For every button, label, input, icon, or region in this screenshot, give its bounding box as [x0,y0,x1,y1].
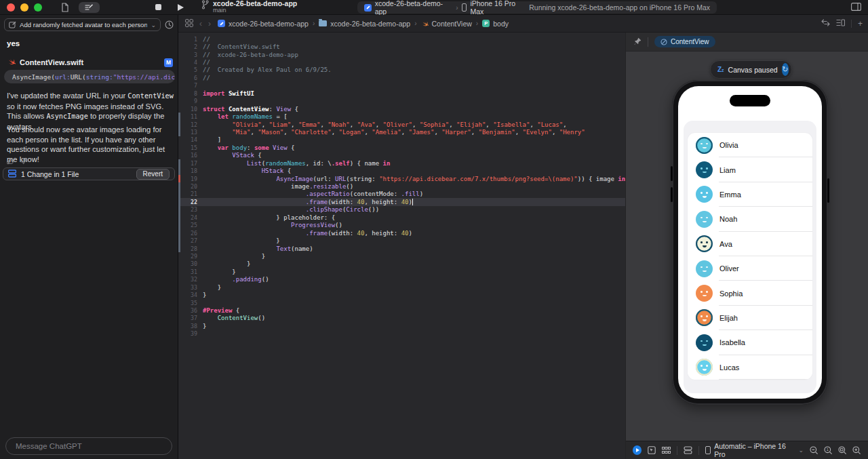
code-line-28[interactable]: 28 Text(name) [178,245,625,252]
list-item[interactable]: Lucas [688,355,812,380]
history-icon[interactable] [165,20,174,32]
code-line-7[interactable]: 7 [178,82,625,89]
code-line-4[interactable]: 4// [178,58,625,66]
code-snippet-pill[interactable]: AsyncImage(url: URL(string: "https://api… [4,70,175,83]
person-name: Oliver [719,264,739,273]
scheme-name[interactable]: xcode-26-beta-demo-app [375,0,453,16]
code-line-32[interactable]: 32 .padding() [178,276,625,283]
breadcrumb-item[interactable]: xcode-26-beta-demo-app [319,20,410,28]
list-item[interactable]: Liam [688,157,812,182]
code-line-27[interactable]: 27 } [178,237,625,244]
device-settings-icon[interactable] [684,446,692,454]
code-line-39[interactable]: 39 [178,330,625,338]
zoom-out-icon[interactable] [810,446,818,455]
live-preview-button[interactable] [633,445,642,455]
code-line-23[interactable]: 23 .clipShape(Circle()) [178,206,625,214]
code-line-29[interactable]: 29 } [178,252,625,260]
line-number: 33 [178,284,197,291]
breadcrumb-item[interactable]: ContentView [421,20,472,28]
code-line-12[interactable]: 12 "Olivia", "Liam", "Emma", "Noah", "Av… [178,121,625,128]
breadcrumb-item[interactable]: xcode-26-beta-demo-app [218,20,309,28]
related-items-icon[interactable] [185,19,193,28]
code-line-19[interactable]: 19 AsyncImage(url: URL(string: "https://… [178,175,625,182]
code-line-20[interactable]: 20 image.resizable() [178,182,625,190]
code-line-37[interactable]: 37 ContentView() [178,315,625,322]
code-line-25[interactable]: 25 ProgressView() [178,222,625,229]
code-line-33[interactable]: 33 } [178,283,625,291]
stop-button[interactable] [155,4,161,10]
revert-button[interactable]: Revert [136,169,170,180]
thumbs-up-icon[interactable] [7,155,14,167]
code-line-10[interactable]: 10struct ContentView: View { [178,105,625,113]
code-line-34[interactable]: 34} [178,291,625,298]
variants-icon[interactable] [662,447,671,454]
zoom-100-icon[interactable]: 1 [824,446,833,455]
preview-tab[interactable]: ContentView [654,36,715,47]
code-line-21[interactable]: 21 .aspectRatio(contentMode: .fill) [178,191,625,198]
code-line-31[interactable]: 31 } [178,268,625,275]
list-item[interactable]: Oliver [688,256,812,281]
code-line-13[interactable]: 13 "Mia", "Mason", "Charlotte", "Logan",… [178,128,625,136]
minimize-window-button[interactable] [20,3,28,12]
editor-options-icon[interactable] [836,19,845,28]
code-line-36[interactable]: 36#Preview { [178,306,625,314]
person-name: Liam [719,166,736,174]
assistant-input[interactable] [5,437,172,455]
back-icon[interactable]: ‹ [199,19,202,28]
pending-changes-bar[interactable]: 1 Change in 1 File Revert [3,167,175,180]
code-line-22[interactable]: 22 .frame(width: 40, height: 40) [178,198,625,205]
code-line-1[interactable]: 1// [178,35,625,43]
list-item[interactable]: Sophia [688,281,812,305]
code-line-3[interactable]: 3// xcode-26-beta-demo-app [178,51,625,58]
thread-selector[interactable]: Add randomly fetched avatar to each pers… [4,18,161,31]
code-line-9[interactable]: 9 [178,98,625,105]
code-line-11[interactable]: 11 let randomNames = [ [178,113,625,120]
zoom-window-button[interactable] [34,3,42,12]
resume-preview-button[interactable]: ↻ [782,63,789,76]
selectable-mode-icon[interactable] [648,446,656,454]
list-item[interactable]: Noah [688,207,812,231]
thread-title[interactable]: Add randomly fetched avatar to each pers… [20,21,147,28]
assistant-compose-button[interactable] [79,2,100,13]
code-line-15[interactable]: 15 var body: some View { [178,144,625,151]
close-window-button[interactable] [7,3,15,12]
code-line-14[interactable]: 14 ] [178,136,625,144]
code-line-38[interactable]: 38} [178,322,625,330]
list-item[interactable]: Ava [688,232,812,256]
breadcrumb-item[interactable]: Pbody [482,20,509,28]
canvas-paused-pill: Zz Canvas paused ↻ [710,60,792,79]
list-item[interactable]: Isabella [688,330,812,355]
list-item[interactable]: Emma [688,182,812,207]
pin-icon[interactable] [634,36,642,48]
editor-layout-icon[interactable] [851,3,861,11]
zoom-fit-icon[interactable] [838,446,847,455]
thumbs-down-icon[interactable] [20,155,27,167]
line-number: 32 [178,276,197,283]
people-list[interactable]: OliviaLiamEmmaNoahAvaOliverSophiaElijahI… [688,133,812,380]
changed-file-row[interactable]: ContentView.swift M [7,56,173,68]
code-line-8[interactable]: 8import SwiftUI [178,89,625,97]
list-item[interactable]: Elijah [688,306,812,330]
code-line-18[interactable]: 18 HStack { [178,167,625,174]
run-button[interactable] [178,4,184,11]
forward-icon[interactable]: › [208,19,211,28]
run-destination[interactable]: iPhone 16 Pro Max [470,0,529,16]
code-line-26[interactable]: 26 .frame(width: 40, height: 40) [178,229,625,237]
code-line-24[interactable]: 24 } placeholder: { [178,214,625,221]
code-line-35[interactable]: 35 [178,299,625,306]
code-line-17[interactable]: 17 List(randomNames, id: \.self) { name … [178,159,625,167]
activity-view[interactable]: xcode-26-beta-demo-app › iPhone 16 Pro M… [357,1,717,14]
change-indicator [178,237,180,244]
code-line-2[interactable]: 2// ContentView.swift [178,43,625,50]
code-line-16[interactable]: 16 VStack { [178,152,625,159]
code-line-5[interactable]: 5// Created by Alex Paul on 6/9/25. [178,66,625,74]
code-line-6[interactable]: 6// [178,74,625,81]
add-editor-icon[interactable]: + [858,19,863,28]
code-review-icon[interactable] [821,19,830,28]
code-line-30[interactable]: 30 } [178,260,625,268]
new-document-icon[interactable] [61,3,69,12]
list-item[interactable]: Olivia [688,133,812,157]
source-editor[interactable]: 1//2// ContentView.swift3// xcode-26-bet… [178,33,625,459]
zoom-in-icon[interactable] [852,446,861,455]
device-selector[interactable]: Automatic – iPhone 16 Pro ⌄ [705,442,804,458]
